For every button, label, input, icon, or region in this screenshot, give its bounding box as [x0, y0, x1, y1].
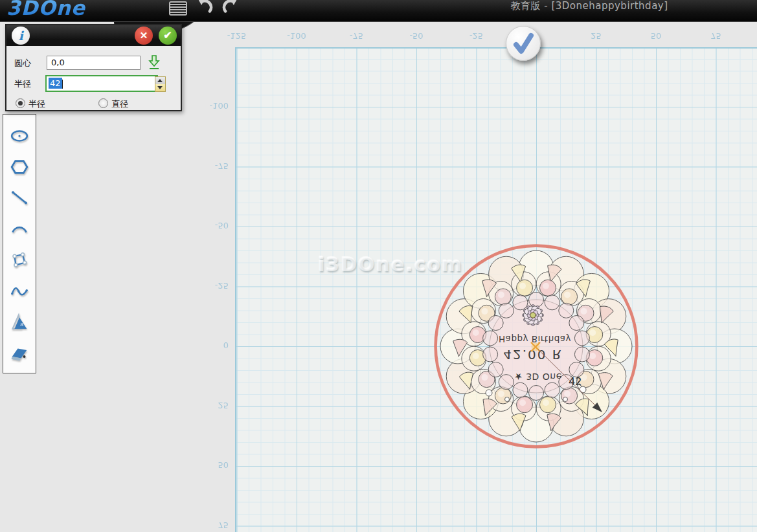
top-ruler-label: -25	[461, 31, 492, 41]
line-tool-button[interactable]	[9, 188, 30, 208]
top-ruler-label: -100	[281, 31, 312, 41]
top-ruler-label: -125	[221, 31, 253, 41]
spline-icon	[9, 282, 30, 301]
line-icon	[9, 188, 30, 208]
sketch-toolbar: a	[3, 114, 36, 373]
app-header: 3DOne 教育版 - [3Donehappybirthday]	[0, 0, 757, 22]
confirm-fab-button[interactable]	[506, 26, 541, 61]
radius-field-label: 半径	[14, 78, 31, 90]
left-ruler-label: -75	[198, 161, 229, 171]
left-ruler-label: -100	[198, 101, 229, 111]
confirm-icon[interactable]: ✔	[159, 27, 177, 45]
top-ruler-label: 25	[581, 31, 612, 41]
arc-icon	[9, 219, 30, 239]
app-logo: 3DOne	[6, 0, 85, 19]
pyramid-text-tool-button[interactable]: a	[9, 313, 30, 332]
top-ruler-label: -75	[341, 31, 372, 41]
sketch-plane-tool-button[interactable]	[9, 344, 30, 363]
top-ruler-label: 75	[701, 31, 732, 41]
spline-tool-button[interactable]	[9, 282, 30, 301]
radio-row: 半径 直径	[6, 98, 181, 110]
radius-radio[interactable]	[16, 98, 25, 108]
svg-text:42: 42	[569, 375, 582, 388]
text-caret	[62, 80, 63, 89]
polyline-icon	[9, 250, 30, 270]
spin-up-button[interactable]	[155, 77, 165, 84]
redo-icon	[221, 0, 239, 14]
left-ruler-label: 25	[198, 401, 229, 410]
redo-button[interactable]	[221, 0, 239, 16]
check-icon	[506, 27, 540, 60]
selected-text: 42	[49, 78, 62, 89]
menu-button[interactable]	[169, 1, 187, 16]
pick-point-icon	[148, 54, 161, 70]
center-field-label: 圆心	[14, 58, 31, 69]
radius-radio-label: 半径	[28, 99, 45, 109]
undo-icon	[196, 0, 214, 14]
polygon-tool-button[interactable]	[9, 157, 30, 177]
ellipse-tool-button[interactable]	[9, 126, 30, 146]
left-ruler-label: -25	[198, 281, 229, 291]
close-icon[interactable]: ✕	[135, 27, 153, 45]
svg-text:a: a	[20, 321, 23, 327]
menu-icon	[169, 1, 187, 16]
diameter-radio[interactable]	[98, 98, 108, 108]
left-ruler-label: -50	[198, 221, 229, 230]
hexagon-icon	[9, 157, 30, 177]
svg-text:★ 3D One: ★ 3D One	[514, 371, 562, 382]
circle-dialog: i ✕ ✔ 圆心 0,0 半径 42 半径 直径	[5, 24, 182, 111]
sketch-drawing: Happy Birthday42.00 R★ 3D One42	[235, 47, 757, 532]
radius-spinner	[155, 76, 166, 92]
pick-point-button[interactable]	[148, 54, 161, 70]
spin-down-button[interactable]	[155, 84, 165, 91]
radius-input[interactable]: 42	[45, 75, 158, 92]
window-title: 教育版 - [3Donehappybirthday]	[466, 0, 712, 12]
plane-icon	[9, 344, 30, 363]
left-ruler-label: 0	[198, 340, 229, 350]
polyline-tool-button[interactable]	[9, 250, 30, 270]
center-input[interactable]: 0,0	[47, 56, 141, 70]
arc-tool-button[interactable]	[9, 219, 30, 239]
top-ruler-label: -50	[401, 31, 432, 41]
top-ruler-label: 50	[640, 31, 672, 41]
ellipse-icon	[9, 126, 30, 146]
spin-up-icon	[157, 79, 163, 82]
info-icon[interactable]: i	[12, 27, 30, 45]
pyramid-icon: a	[9, 313, 30, 332]
dialog-titlebar	[6, 25, 181, 46]
undo-button[interactable]	[196, 0, 214, 16]
left-ruler-label: 50	[198, 460, 229, 470]
left-ruler-label: 75	[198, 520, 229, 530]
spin-down-icon	[157, 86, 163, 89]
diameter-radio-label: 直径	[111, 99, 128, 109]
